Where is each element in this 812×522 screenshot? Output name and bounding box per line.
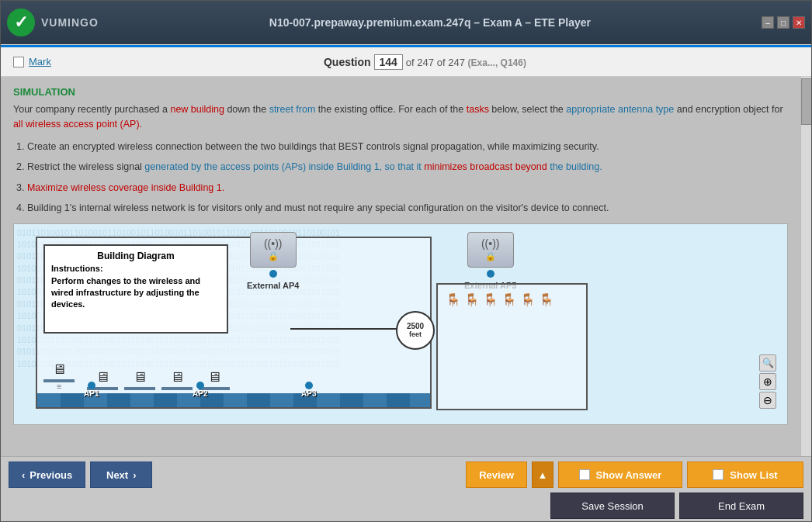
ap1-group: AP1 xyxy=(84,381,99,398)
desk-surface-4 xyxy=(161,387,193,390)
scrollbar-thumb[interactable] xyxy=(801,78,811,125)
b2-desk-2: 🪑 xyxy=(464,292,480,307)
close-button[interactable]: ✕ xyxy=(793,16,805,29)
next-button[interactable]: Next › xyxy=(90,462,152,488)
action-row: Save Session End Exam xyxy=(9,493,803,519)
ext-ap4-label: External AP4 xyxy=(247,281,299,290)
ap4-lock-icon: 🔒 xyxy=(268,251,279,261)
ap2-dot[interactable] xyxy=(196,382,204,389)
distance-unit: feet xyxy=(409,330,422,338)
ap4-dot[interactable] xyxy=(269,270,277,278)
question-total-label: of 247 xyxy=(437,57,468,68)
desk-surface-3 xyxy=(124,387,155,390)
building-2: 🪑 🪑 🪑 🪑 🪑 🪑 xyxy=(436,283,588,410)
maximize-button[interactable]: □ xyxy=(777,16,789,29)
question-ref: (Exa..., Q146) xyxy=(468,57,526,68)
question-label: Question xyxy=(324,56,371,68)
instruction-box: Building Diagram Instructions: Perform c… xyxy=(43,244,228,334)
logo-icon: ✓ xyxy=(7,9,35,36)
window-controls[interactable]: – □ ✕ xyxy=(762,16,805,29)
nav-row: ‹ Previous Next › Review ▲ Show Answer S… xyxy=(9,462,803,488)
content-wrapper: SIMULATION Your company recently purchas… xyxy=(1,77,811,456)
connection-line xyxy=(290,328,397,330)
ap3-label: AP3 xyxy=(301,389,316,398)
b2-desk-5: 🪑 xyxy=(520,292,536,307)
ap5-lock-icon: 🔒 xyxy=(485,251,496,261)
zoom-in-button[interactable]: ⊕ xyxy=(759,373,776,390)
review-dropdown-button[interactable]: ▲ xyxy=(532,462,553,488)
diagram-container: 0101101001011010010110100101101001011010… xyxy=(13,223,788,425)
desk-group-4: 🖥 xyxy=(161,369,193,390)
desk-cabinet-1: ☰ xyxy=(57,384,61,390)
ext-ap5-device[interactable]: ((•)) 🔒 xyxy=(467,232,514,268)
ap1-dot[interactable] xyxy=(88,382,95,389)
desk-icon-4: 🖥 xyxy=(170,369,184,385)
mark-label[interactable]: Mark xyxy=(29,56,51,67)
show-answer-checkbox[interactable] xyxy=(579,469,590,480)
question-total: of 247 xyxy=(406,57,434,68)
ap3-dot[interactable] xyxy=(305,382,313,389)
show-answer-label: Show Answer xyxy=(596,469,662,481)
review-dropdown-icon: ▲ xyxy=(538,469,548,481)
mark-area: Mark xyxy=(13,56,51,67)
zoom-out-button[interactable]: ⊖ xyxy=(759,392,776,409)
desk-group-1: 🖥 ☰ xyxy=(43,361,75,390)
window-title: N10-007.prepaway.premium.exam.247q – Exa… xyxy=(99,16,762,29)
ap4-wifi-icon: ((•)) xyxy=(264,237,283,250)
ap2-group: AP2 xyxy=(193,381,207,398)
instructions-label: Instructions: xyxy=(51,264,220,273)
main-window: ✓ VUMINGO N10-007.prepaway.premium.exam.… xyxy=(0,0,812,522)
show-list-button[interactable]: Show List xyxy=(687,462,803,488)
question-intro: Your company recently purchased a new bu… xyxy=(13,102,788,132)
simulation-label: SIMULATION xyxy=(13,86,788,98)
spacer xyxy=(157,462,461,488)
ap2-label: AP2 xyxy=(193,389,207,398)
task-1: 1. Create an encrypted wireless connecti… xyxy=(16,138,788,156)
instructions-body: Perform changes to the wireless and wire… xyxy=(51,275,220,311)
minimize-button[interactable]: – xyxy=(762,16,774,29)
task-3: 3. Maximize wireless coverage inside Bui… xyxy=(16,179,788,197)
show-list-label: Show List xyxy=(730,469,777,481)
ext-ap4-device[interactable]: ((•)) 🔒 xyxy=(250,232,297,268)
save-session-button[interactable]: Save Session xyxy=(550,493,675,519)
b2-desk-6: 🪑 xyxy=(539,292,554,307)
ap5-dot[interactable] xyxy=(487,270,494,278)
prev-arrow-icon: ‹ xyxy=(22,469,25,481)
content-scrollbar[interactable] xyxy=(800,77,811,456)
desk-icon-5: 🖥 xyxy=(207,369,221,385)
search-icon[interactable]: 🔍 xyxy=(759,354,776,372)
review-button[interactable]: Review xyxy=(466,462,527,488)
question-number-area: Question 144 of 247 of 247 (Exa..., Q146… xyxy=(51,54,799,70)
end-exam-label: End Exam xyxy=(718,500,765,512)
save-session-label: Save Session xyxy=(581,500,644,512)
mark-checkbox[interactable] xyxy=(13,57,24,67)
previous-label: Previous xyxy=(29,469,72,481)
show-answer-button[interactable]: Show Answer xyxy=(558,462,682,488)
show-list-checkbox[interactable] xyxy=(713,469,724,480)
logo-area: ✓ VUMINGO xyxy=(7,9,99,36)
ext-ap5-group: ((•)) 🔒 External AP5 xyxy=(464,232,516,290)
distance-indicator: 2500 feet xyxy=(396,311,435,350)
desk-group-3: 🖥 xyxy=(124,369,155,390)
instructions-label-text: Instructions: xyxy=(51,264,103,273)
desk-surface-1 xyxy=(43,379,75,382)
b2-desk-area: 🪑 🪑 🪑 🪑 🪑 🪑 xyxy=(446,292,578,401)
bottom-bar: ‹ Previous Next › Review ▲ Show Answer S… xyxy=(1,456,811,521)
previous-button[interactable]: ‹ Previous xyxy=(9,462,85,488)
building-1: Building Diagram Instructions: Perform c… xyxy=(36,237,432,409)
content-scroll: SIMULATION Your company recently purchas… xyxy=(1,77,800,456)
distance-value: 2500 xyxy=(407,322,424,330)
desk-icon-3: 🖥 xyxy=(133,369,147,385)
task-2: 2. Restrict the wireless signal generate… xyxy=(16,158,788,176)
next-arrow-icon: › xyxy=(133,469,136,481)
end-exam-button[interactable]: End Exam xyxy=(679,493,803,519)
review-label: Review xyxy=(479,469,514,481)
b2-desk-3: 🪑 xyxy=(483,292,498,307)
ext-ap4-group: ((•)) 🔒 External AP4 xyxy=(247,232,299,290)
task-4: 4. Building 1's internal wireless networ… xyxy=(16,199,788,217)
task-list: 1. Create an encrypted wireless connecti… xyxy=(13,138,788,217)
desk-area: 🖥 ☰ 🖥 🖥 xyxy=(43,361,424,390)
ap3-group: AP3 xyxy=(301,381,316,398)
logo-text: VUMINGO xyxy=(41,16,99,29)
zoom-controls: 🔍 ⊕ ⊖ xyxy=(759,354,776,409)
